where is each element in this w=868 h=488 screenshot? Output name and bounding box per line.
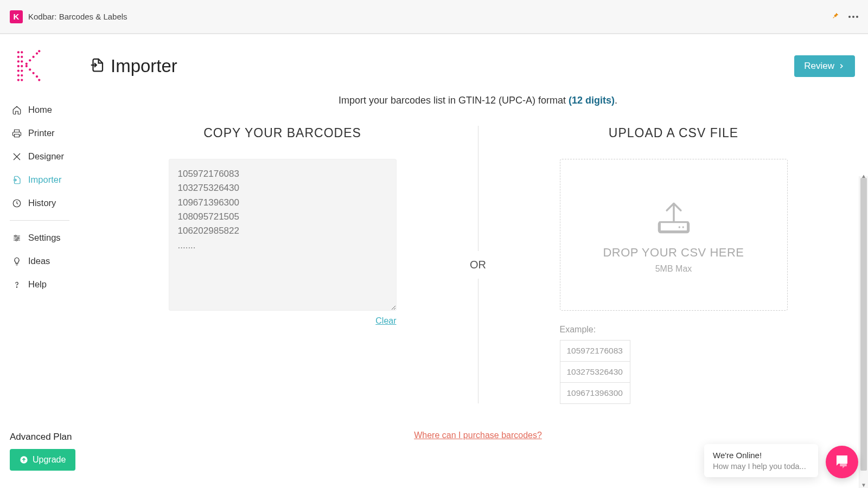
chat-popup[interactable]: We're Online! How may I help you toda... xyxy=(704,444,818,477)
svg-point-26 xyxy=(17,237,19,239)
scroll-thumb[interactable] xyxy=(860,178,867,471)
window-titlebar: K Kodbar: Barcodes & Labels xyxy=(0,0,868,34)
svg-point-7 xyxy=(21,51,23,53)
svg-point-8 xyxy=(21,56,23,58)
scrollbar[interactable]: ▲ ▼ xyxy=(859,176,868,488)
app-title: Kodbar: Barcodes & Labels xyxy=(28,12,127,21)
svg-point-28 xyxy=(16,286,17,287)
upload-csv-title: UPLOAD A CSV FILE xyxy=(515,126,832,140)
svg-point-10 xyxy=(21,65,23,67)
svg-point-17 xyxy=(29,68,31,70)
chat-header: We're Online! xyxy=(713,451,809,460)
svg-point-1 xyxy=(17,56,20,58)
pin-icon[interactable] xyxy=(831,11,840,22)
main-content: Import your barcodes list in GTIN-12 (UP… xyxy=(92,88,868,488)
svg-point-19 xyxy=(32,72,34,74)
review-button[interactable]: Review xyxy=(794,55,855,77)
brand-logo xyxy=(13,49,43,84)
sidebar-item-label: Importer xyxy=(28,175,61,185)
sidebar-item-label: Settings xyxy=(28,233,61,243)
sidebar-item-label: Ideas xyxy=(28,256,50,266)
example-row: 103275326430 xyxy=(560,361,630,383)
svg-point-2 xyxy=(17,60,20,62)
svg-point-5 xyxy=(17,74,20,76)
svg-point-21 xyxy=(36,75,38,78)
svg-point-15 xyxy=(25,65,28,67)
drop-label: DROP YOUR CSV HERE xyxy=(603,246,744,260)
barcodes-textarea[interactable] xyxy=(169,159,397,311)
svg-point-23 xyxy=(38,79,40,81)
sidebar-item-label: Help xyxy=(28,279,47,290)
column-divider: OR xyxy=(462,126,494,403)
import-intro: Import your barcodes list in GTIN-12 (UP… xyxy=(103,95,853,106)
sidebar-item-label: Printer xyxy=(28,128,55,138)
clear-link[interactable]: Clear xyxy=(169,316,397,326)
sidebar-item-history[interactable]: History xyxy=(10,191,90,215)
svg-point-14 xyxy=(25,63,28,65)
svg-point-20 xyxy=(36,52,38,54)
chat-icon xyxy=(834,453,850,471)
svg-point-27 xyxy=(16,239,17,241)
svg-point-11 xyxy=(21,69,23,72)
chat-subtext: How may I help you toda... xyxy=(713,462,809,471)
upgrade-button-label: Upgrade xyxy=(33,455,66,465)
chat-button[interactable] xyxy=(826,446,858,478)
svg-point-12 xyxy=(21,74,23,76)
csv-dropzone[interactable]: DROP YOUR CSV HERE 5MB Max xyxy=(560,159,788,311)
sidebar-item-label: Designer xyxy=(28,151,64,162)
svg-point-18 xyxy=(32,56,34,58)
svg-point-25 xyxy=(15,235,16,236)
review-button-label: Review xyxy=(804,61,834,72)
app-icon: K xyxy=(10,10,23,23)
more-icon[interactable] xyxy=(848,16,858,18)
svg-point-3 xyxy=(17,65,20,67)
copy-barcodes-title: COPY YOUR BARCODES xyxy=(124,126,441,140)
sidebar-item-ideas[interactable]: Ideas xyxy=(10,249,90,273)
digits-link[interactable]: (12 digits) xyxy=(569,95,615,106)
sidebar-item-label: Home xyxy=(28,105,52,115)
importer-page-icon xyxy=(89,57,105,75)
sidebar-item-printer[interactable]: Printer xyxy=(10,121,90,145)
svg-point-13 xyxy=(21,79,23,81)
plan-label: Advanced Plan xyxy=(10,432,90,442)
sidebar-divider xyxy=(10,220,69,221)
svg-point-4 xyxy=(17,69,20,72)
sidebar-item-help[interactable]: Help xyxy=(10,273,90,296)
svg-point-6 xyxy=(17,79,20,81)
upload-icon xyxy=(650,196,697,241)
scroll-down-icon[interactable]: ▼ xyxy=(861,482,866,488)
svg-point-0 xyxy=(17,51,20,53)
sidebar-item-label: History xyxy=(28,198,56,208)
purchase-barcodes-link[interactable]: Where can I purchase barcodes? xyxy=(414,431,542,440)
upgrade-button[interactable]: Upgrade xyxy=(10,449,75,471)
svg-point-32 xyxy=(678,226,680,228)
svg-point-16 xyxy=(29,59,31,61)
drop-sublabel: 5MB Max xyxy=(655,264,692,274)
sidebar-item-designer[interactable]: Designer xyxy=(10,145,90,168)
example-label: Example: xyxy=(560,325,788,335)
example-row: 105972176083 xyxy=(560,340,630,362)
example-row: 109671396300 xyxy=(560,382,630,404)
page-header: Importer Review xyxy=(0,34,868,88)
sidebar-item-settings[interactable]: Settings xyxy=(10,226,90,249)
svg-point-22 xyxy=(38,50,40,52)
sidebar: Home Printer Designer Importer History xyxy=(0,88,92,488)
sidebar-item-importer[interactable]: Importer xyxy=(10,168,90,191)
sidebar-item-home[interactable]: Home xyxy=(10,98,90,121)
or-label: OR xyxy=(470,251,486,279)
svg-point-31 xyxy=(682,226,684,228)
svg-point-9 xyxy=(21,60,23,62)
page-title: Importer xyxy=(111,56,177,76)
